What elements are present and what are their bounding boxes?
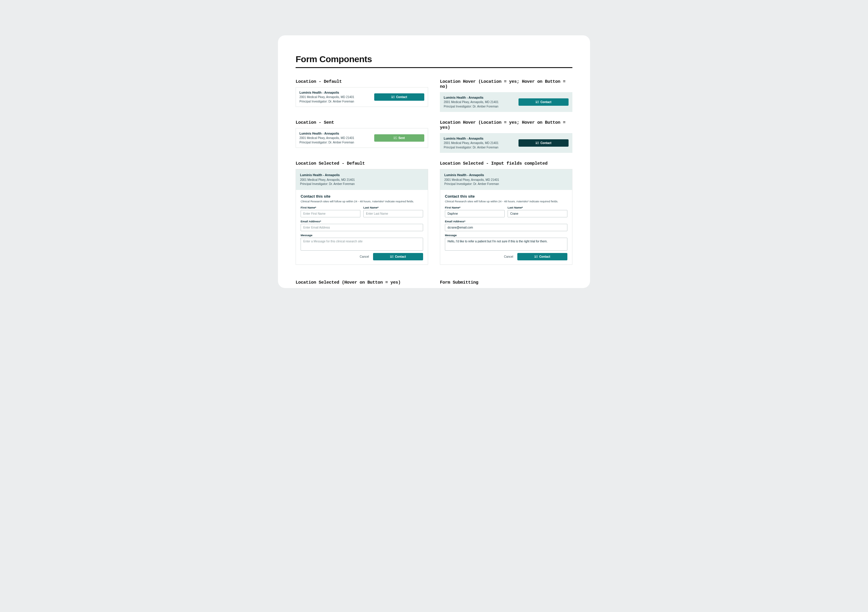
button-label: Contact <box>539 255 550 258</box>
last-name-label: Last Name* <box>508 206 567 209</box>
submit-contact-button[interactable]: Contact <box>517 253 567 260</box>
last-name-input[interactable] <box>363 210 423 217</box>
card-header: Luminis Health - Annapolis 2001 Medical … <box>296 169 428 190</box>
svg-rect-6 <box>538 101 538 102</box>
message-label: Message <box>445 233 567 237</box>
contact-button[interactable]: Contact <box>374 93 424 101</box>
id-card-icon <box>391 96 395 98</box>
location-address: 2001 Medical Pkwy, Annapolis, MD 21401 <box>444 100 499 104</box>
location-card-selected: Luminis Health - Annapolis 2001 Medical … <box>440 169 572 264</box>
location-address: 2001 Medical Pkwy, Annapolis, MD 21401 <box>444 178 568 182</box>
contact-form: Contact this site Clinical Research site… <box>440 190 572 264</box>
cell-location-selected-hover-button: Location Selected (Hover on Button = yes… <box>296 273 428 288</box>
message-input[interactable] <box>445 238 567 251</box>
state-label: Location - Sent <box>296 120 428 125</box>
button-label: Contact <box>396 95 407 99</box>
svg-rect-13 <box>390 255 394 258</box>
last-name-label: Last Name* <box>363 206 423 209</box>
cell-location-selected-default: Location Selected - Default Luminis Heal… <box>296 161 428 264</box>
location-info: Luminis Health - Annapolis 2001 Medical … <box>300 173 424 186</box>
contact-form: Contact this site Clinical Research site… <box>296 190 428 264</box>
last-name-input[interactable] <box>508 210 567 217</box>
contact-button[interactable]: Contact <box>519 98 569 106</box>
svg-rect-16 <box>392 256 393 257</box>
location-name: Luminis Health - Annapolis <box>300 173 424 177</box>
svg-point-5 <box>536 101 537 102</box>
location-name: Luminis Health - Annapolis <box>299 131 354 136</box>
location-address: 2001 Medical Pkwy, Annapolis, MD 21401 <box>300 178 424 182</box>
form-subtitle: Clinical Research sites will follow up w… <box>301 200 423 203</box>
email-input[interactable] <box>301 224 423 231</box>
first-name-input[interactable] <box>445 210 505 217</box>
page-title: Form Components <box>296 54 572 64</box>
id-card-check-icon <box>394 137 397 139</box>
svg-rect-17 <box>535 255 538 258</box>
form-subtitle: Clinical Research sites will follow up w… <box>445 200 567 203</box>
svg-point-1 <box>392 96 393 97</box>
state-label: Form Submitting <box>440 280 572 285</box>
component-grid: Location - Default Luminis Health - Anna… <box>296 79 572 288</box>
cancel-button[interactable]: Cancel <box>504 255 513 258</box>
id-card-icon <box>535 255 538 258</box>
svg-rect-7 <box>538 102 538 102</box>
svg-rect-11 <box>538 143 538 143</box>
cell-location-hover-yes-button: Location Hover (Location = yes; Hover on… <box>440 120 572 153</box>
location-name: Luminis Health - Annapolis <box>299 90 354 95</box>
location-name: Luminis Health - Annapolis <box>444 173 568 177</box>
location-card[interactable]: Luminis Health - Annapolis 2001 Medical … <box>296 128 428 148</box>
location-name: Luminis Health - Annapolis <box>444 95 499 100</box>
svg-point-18 <box>535 256 536 256</box>
location-pi: Principal Investigator: Dr. Amber Forema… <box>444 182 568 186</box>
button-label: Sent <box>398 137 405 140</box>
form-title: Contact this site <box>301 194 423 199</box>
contact-button[interactable]: Contact <box>519 139 569 147</box>
button-label: Contact <box>540 101 551 104</box>
cell-location-selected-filled: Location Selected - Input fields complet… <box>440 161 572 264</box>
state-label: Location Hover (Location = yes; Hover on… <box>440 79 572 89</box>
location-pi: Principal Investigator: Dr. Amber Forema… <box>299 99 354 104</box>
location-card[interactable]: Luminis Health - Annapolis 2001 Medical … <box>440 133 572 153</box>
component-sheet: Form Components Location - Default Lumin… <box>278 35 590 288</box>
message-label: Message <box>301 233 423 237</box>
email-label: Email Address* <box>301 220 423 223</box>
state-label: Location Selected - Default <box>296 161 428 166</box>
cell-location-hover-no-button: Location Hover (Location = yes; Hover on… <box>440 79 572 112</box>
cell-location-sent: Location - Sent Luminis Health - Annapol… <box>296 120 428 153</box>
svg-rect-4 <box>536 101 539 103</box>
location-card[interactable]: Luminis Health - Annapolis 2001 Medical … <box>296 87 428 107</box>
svg-point-14 <box>391 256 392 256</box>
sent-button[interactable]: Sent <box>374 134 424 142</box>
state-label: Location Hover (Location = yes; Hover on… <box>440 120 572 130</box>
location-card[interactable]: Luminis Health - Annapolis 2001 Medical … <box>440 92 572 112</box>
location-address: 2001 Medical Pkwy, Annapolis, MD 21401 <box>299 136 354 140</box>
cancel-button[interactable]: Cancel <box>360 255 369 258</box>
id-card-icon <box>536 101 539 103</box>
location-pi: Principal Investigator: Dr. Amber Forema… <box>444 104 499 109</box>
location-pi: Principal Investigator: Dr. Amber Forema… <box>300 182 424 186</box>
card-row: Luminis Health - Annapolis 2001 Medical … <box>440 134 572 152</box>
message-input[interactable] <box>301 238 423 251</box>
location-pi: Principal Investigator: Dr. Amber Forema… <box>444 146 499 150</box>
id-card-icon <box>536 142 539 144</box>
submit-contact-button[interactable]: Contact <box>373 253 423 260</box>
location-address: 2001 Medical Pkwy, Annapolis, MD 21401 <box>299 95 354 99</box>
svg-rect-9 <box>536 142 539 144</box>
card-row: Luminis Health - Annapolis 2001 Medical … <box>296 128 428 148</box>
location-name: Luminis Health - Annapolis <box>444 137 499 141</box>
location-info: Luminis Health - Annapolis 2001 Medical … <box>444 173 568 186</box>
first-name-input[interactable] <box>301 210 360 217</box>
location-info: Luminis Health - Annapolis 2001 Medical … <box>444 95 499 109</box>
state-label: Location Selected - Input fields complet… <box>440 161 572 166</box>
svg-rect-0 <box>391 96 395 98</box>
card-row: Luminis Health - Annapolis 2001 Medical … <box>296 87 428 107</box>
id-card-icon <box>390 255 394 258</box>
location-address: 2001 Medical Pkwy, Annapolis, MD 21401 <box>444 141 499 146</box>
state-label: Location Selected (Hover on Button = yes… <box>296 280 428 285</box>
card-header: Luminis Health - Annapolis 2001 Medical … <box>440 169 572 190</box>
form-title: Contact this site <box>445 194 567 199</box>
email-label: Email Address* <box>445 220 567 223</box>
location-card-selected: Luminis Health - Annapolis 2001 Medical … <box>296 169 428 264</box>
svg-rect-3 <box>394 97 394 97</box>
svg-rect-20 <box>536 256 537 257</box>
email-input[interactable] <box>445 224 567 231</box>
